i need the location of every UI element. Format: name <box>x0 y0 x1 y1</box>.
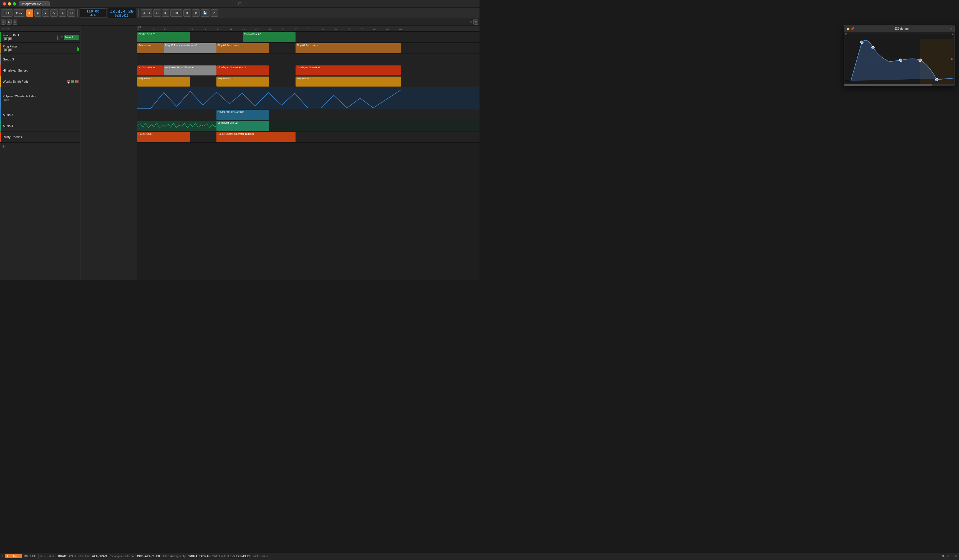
play-mode-button[interactable]: PLAY <box>14 10 25 17</box>
lane-himalayan: an Sunset Atmo an Sunset Atmo 1-bounce-1… <box>137 65 480 76</box>
track-header-audio3: Audio 3 <box>0 109 80 120</box>
tab-integrated2023[interactable]: Integrated2023* × <box>19 2 50 6</box>
track-header-wonky: Wonky Synth Pads ● S M <box>0 76 80 87</box>
track-color-electrokit <box>0 32 1 43</box>
ruler-17: 17 <box>164 28 167 31</box>
ruler-9: 9 <box>137 28 139 31</box>
solo-btn-electrokit[interactable]: S <box>4 37 8 41</box>
main-toolbar: FILE PLAY ▶ ■ ● ⟲ ↯ ▢ 110.00 4/4 18.3.4.… <box>0 8 480 18</box>
audio4-name-area: Audio 4 <box>3 124 79 127</box>
solo-btn-wonky[interactable]: S <box>71 80 75 83</box>
ruler-57: 57 <box>295 28 298 31</box>
timeline-scroll[interactable]: :10 9 13 17 21 25 29 33 37 41 45 49 53 5… <box>137 25 480 280</box>
clip-plug3[interactable]: Plug 01 Percussive <box>296 43 401 53</box>
track-controls-electrokit: S M <box>3 37 56 41</box>
group3-name-area: Group 3 <box>3 58 79 61</box>
traffic-lights <box>0 2 16 6</box>
lane-wonky: Poly Pattern 02 Poly Pattern 02 Poly Pat… <box>137 76 480 87</box>
arrangement-mode-btn[interactable]: ≡ <box>1 19 6 25</box>
track-lanes: Electro Beat 01 Electro Beat 02 Percussi… <box>137 32 480 143</box>
maximize-button[interactable] <box>13 2 16 6</box>
clip-plug-bounce[interactable]: Plug 01 Percussive-bounce-1 <box>164 43 217 53</box>
save-button[interactable]: 💾 <box>201 10 210 17</box>
time-value: 0:38.619 <box>115 14 128 17</box>
lane-rusty: House Cho... House Chords Operator 124bp… <box>137 132 480 143</box>
rec-btn-wonky[interactable]: ● <box>67 80 70 84</box>
clip-plug2[interactable]: Plug 01 Percussive <box>217 43 269 53</box>
arrange-toolbar: ≡ ⊞ ≡ ↖ ✎ <box>0 18 480 25</box>
ruler-37: 37 <box>229 28 232 31</box>
clip-rusty2[interactable]: House Chords Operator 124bpm <box>217 132 296 142</box>
undo-button[interactable]: ↺ <box>183 10 191 17</box>
separator2 <box>139 10 139 17</box>
position-value: 18.3.4.20 <box>110 9 134 14</box>
clip-himal1[interactable]: an Sunset Atmo <box>137 65 164 75</box>
ruler-21: 21 <box>176 28 179 31</box>
list-icon: ≡ <box>61 35 63 40</box>
bounce-button[interactable]: ↯ <box>59 10 66 17</box>
clip-plug1[interactable]: Percussive <box>137 43 164 53</box>
track-name-wonky: Wonky Synth Pads <box>3 80 65 83</box>
redo-button[interactable]: ↻ <box>192 10 199 17</box>
ruler-45: 45 <box>255 28 258 31</box>
ruler-61: 61 <box>308 28 311 31</box>
audio3-name-area: Audio 3 <box>3 113 79 116</box>
ruler-29: 29 <box>203 28 206 31</box>
dot-icon <box>3 37 3 38</box>
meter-bar2 <box>59 37 59 40</box>
rusty-name-area: Rusty Rhodes <box>3 135 79 139</box>
polymer-automation <box>137 87 480 109</box>
close-button[interactable] <box>3 2 6 6</box>
add-button[interactable]: ADD <box>141 10 152 17</box>
clip-rusty1[interactable]: House Cho... <box>137 132 190 142</box>
clip-himal3[interactable]: Himalayan Sunset At... <box>296 65 401 75</box>
mixer-button[interactable]: ⊞ <box>153 10 161 17</box>
tab-bar: Integrated2023* × <box>19 2 50 6</box>
video-button[interactable]: ▢ <box>67 10 75 17</box>
minimize-button[interactable] <box>8 2 11 6</box>
clip-electro2[interactable]: Electro Beat 02 <box>243 32 296 42</box>
track-name-polymer: Polymer / Wavetable Index <box>3 95 79 98</box>
clip-wonky1[interactable]: Poly Pattern 02 <box>137 76 190 86</box>
edit-button[interactable]: EDIT <box>170 10 182 17</box>
grid-btn[interactable]: ⊞ <box>7 19 12 25</box>
file-button[interactable]: FILE <box>1 10 13 17</box>
track-color-polymer <box>0 87 1 109</box>
ruler-65: 65 <box>321 28 323 31</box>
scene-clip-label: Scene 2 <box>65 36 73 38</box>
lane-plug: Percussive Plug 01 Percussive-bounce-1 P… <box>137 43 480 54</box>
stop-button[interactable]: ■ <box>34 10 41 17</box>
loop-button[interactable]: ⟲ <box>50 10 58 17</box>
pencil-btn[interactable]: ✎ <box>473 19 478 25</box>
track-header-rusty: Rusty Rhodes <box>0 132 80 143</box>
clip-vocalbed[interactable]: Vocal Drift Bed 02 <box>217 121 269 131</box>
mute-btn-wonky[interactable]: M <box>75 80 79 83</box>
solo-btn-plug[interactable]: S <box>4 49 8 52</box>
mute-btn-electrokit[interactable]: M <box>8 37 12 41</box>
track-color-wonky <box>0 76 1 87</box>
lane-polymer <box>137 87 480 109</box>
ruler-13: 13 <box>151 28 154 31</box>
clip-audio4-waveform[interactable] <box>137 121 217 131</box>
track-header-audio4: Audio 4 <box>0 120 80 132</box>
polymer-subtitle: Index <box>3 99 79 101</box>
add-track-row[interactable]: + <box>0 143 80 150</box>
play-toolbar-button[interactable]: ▶ <box>162 10 169 17</box>
ruler-89: 89 <box>399 28 402 31</box>
clip-electro1[interactable]: Electro Beat 01 <box>137 32 190 42</box>
play-button[interactable]: ▶ <box>26 10 33 17</box>
clip-wonky3[interactable]: Poly Pattern 02 <box>296 76 401 86</box>
tab-close-icon[interactable]: × <box>45 2 46 5</box>
left-area: Scenes Electro Kit 1 S <box>0 25 137 280</box>
close-toolbar-button[interactable]: ✕ <box>210 10 218 17</box>
view-btn[interactable]: ≡ <box>13 19 17 25</box>
ruler-85: 85 <box>386 28 389 31</box>
clip-himal-bounce[interactable]: an Sunset Atmo 1-bounce-1 <box>164 65 217 75</box>
scene-clip-1[interactable]: Scene 2 <box>64 35 79 40</box>
clip-himal2[interactable]: Himalayan Sunset Atmo 1 <box>217 65 269 75</box>
mute-btn-plug[interactable]: M <box>8 49 12 52</box>
clip-audio3-1[interactable]: Neutro ArpPerc 124bpm <box>217 110 269 120</box>
record-button[interactable]: ● <box>42 10 49 17</box>
lane-audio4: Vocal Drift Bed 02 <box>137 120 480 132</box>
clip-wonky2[interactable]: Poly Pattern 02 <box>217 76 269 86</box>
